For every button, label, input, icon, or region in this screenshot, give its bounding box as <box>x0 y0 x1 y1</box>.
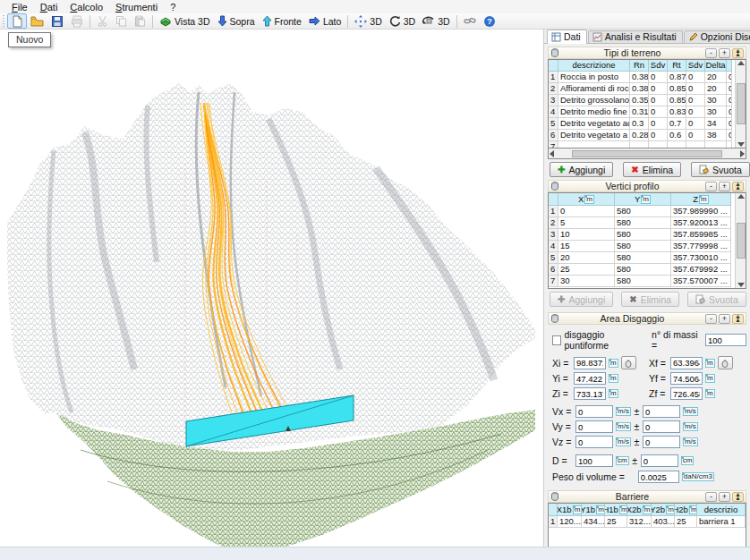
cell-x[interactable]: 5 <box>558 217 615 229</box>
cell-rn[interactable]: 0.38 <box>630 72 649 83</box>
yf-input[interactable] <box>670 372 703 385</box>
cell-y[interactable]: 580 <box>615 252 671 264</box>
cell-rn[interactable] <box>630 141 649 148</box>
vertici-row[interactable]: 3 10 580 357.859985 ... <box>549 229 735 241</box>
cell-z[interactable]: 357.779998 ... <box>671 241 731 252</box>
cell-y[interactable]: 580 <box>615 241 671 252</box>
peso-input[interactable] <box>638 471 679 483</box>
cell-x[interactable]: 30 <box>558 276 615 287</box>
cell-h1b[interactable]: 25 <box>605 516 627 528</box>
vertici-row[interactable]: 4 15 580 357.779998 ... <box>549 241 735 252</box>
cell-sdv1[interactable]: 0 <box>649 118 668 130</box>
cell-descrizione[interactable]: Detrito vegetato ad a... <box>558 118 630 130</box>
vertici-row[interactable]: 6 25 580 357.679992 ... <box>549 264 735 276</box>
terrain-3d-viewport[interactable] <box>0 30 543 547</box>
col-x2b[interactable]: X2bm <box>627 504 652 516</box>
shrink-panel-button[interactable]: - <box>705 48 717 58</box>
vertici-table[interactable]: Xm Ym Zm 1 0 580 357.989990 ... 2 5 580 <box>548 192 746 289</box>
col-h1b[interactable]: H1bm <box>605 504 627 516</box>
cell-rt[interactable]: 0.83 <box>668 106 686 118</box>
menu-item[interactable]: Calcolo <box>64 1 109 13</box>
vertici-row[interactable]: 5 20 580 357.730010 ... <box>549 252 735 264</box>
shrink-panel-button[interactable]: - <box>705 314 717 324</box>
vertici-row[interactable]: 1 0 580 357.989990 ... <box>549 206 735 217</box>
cell-x[interactable]: 25 <box>558 264 615 276</box>
cell-x[interactable]: 15 <box>558 241 615 252</box>
shrink-panel-button[interactable]: - <box>705 182 717 191</box>
cell-z[interactable]: 357.859985 ... <box>671 229 731 241</box>
tab-dati[interactable]: Dati <box>547 30 587 44</box>
scroll-right-arrow[interactable] <box>740 150 745 157</box>
cell-y[interactable]: 580 <box>615 206 671 217</box>
cell-rn[interactable]: 0.3 <box>630 118 649 130</box>
cell-x[interactable]: 20 <box>558 252 615 264</box>
help-button[interactable]: ? <box>480 13 499 29</box>
menu-item[interactable]: Dati <box>34 1 64 13</box>
col-descrizione[interactable]: descrizio <box>697 504 746 516</box>
cell-sdv1[interactable]: 0 <box>649 72 668 83</box>
collapse-panel-button[interactable]: ▲▲ <box>732 182 744 191</box>
pick-xi-button[interactable] <box>621 356 636 369</box>
collapse-panel-button[interactable]: ▲▲ <box>732 492 744 502</box>
view-side-button[interactable]: Lato <box>305 13 345 29</box>
cell-descrizione[interactable]: Roccia in posto <box>558 72 630 83</box>
svuota-terreno-button[interactable]: Svuota <box>691 162 750 177</box>
col-x1b[interactable]: X1bm <box>558 504 582 516</box>
open-button[interactable] <box>27 13 47 29</box>
zf-input[interactable] <box>670 387 703 400</box>
cell-x1b[interactable]: 120.... <box>558 516 582 528</box>
zi-input[interactable] <box>574 387 606 400</box>
terreno-row[interactable]: 7 <box>549 141 735 148</box>
col-sdv1[interactable]: Sdv <box>649 60 668 72</box>
col-rn[interactable]: Rn <box>630 60 649 72</box>
cell-descrizione[interactable]: Detrito vegetato a bo... <box>558 130 630 141</box>
terreno-row[interactable]: 3 Detrito grossolano n... 0.35 0 0.85 0 … <box>549 95 735 106</box>
cell-sdv2[interactable]: 0 <box>686 72 705 83</box>
cell-sdv1[interactable]: 0 <box>649 130 668 141</box>
cell-sdv2[interactable] <box>686 141 705 148</box>
velocity-input[interactable] <box>575 420 613 433</box>
col-rt[interactable]: Rt <box>668 60 686 72</box>
cell-x2b[interactable]: 312.... <box>627 516 652 528</box>
cell-descrizione[interactable]: barriera 1 <box>697 516 746 528</box>
svuota-vertici-button[interactable]: Svuota <box>687 292 746 307</box>
pan-3d-button[interactable]: 3D <box>351 13 385 29</box>
orbit-3d-button[interactable]: 3D <box>419 13 453 29</box>
vertici-row[interactable]: 2 5 580 357.920013 ... <box>549 217 735 229</box>
terreno-vscrollbar[interactable] <box>735 60 746 148</box>
cell-rt[interactable]: 0.85 <box>668 83 686 95</box>
cell-rt[interactable] <box>668 141 686 148</box>
cell-sdv2[interactable]: 0 <box>686 118 705 130</box>
cut-button[interactable] <box>93 13 112 29</box>
grow-panel-button[interactable]: + <box>719 314 730 324</box>
cell-z[interactable]: 357.989990 ... <box>671 206 731 217</box>
print-button[interactable] <box>67 13 87 29</box>
grow-panel-button[interactable]: + <box>719 182 730 191</box>
cell-sdv1[interactable]: 0 <box>649 83 668 95</box>
cell-z[interactable]: 357.920013 ... <box>671 217 731 229</box>
view-front-button[interactable]: Fronte <box>259 13 305 29</box>
yi-input[interactable] <box>574 372 606 385</box>
cell-rn[interactable]: 0.35 <box>630 95 649 106</box>
cell-x[interactable]: 0 <box>558 206 615 217</box>
terreno-row[interactable]: 6 Detrito vegetato a bo... 0.28 0 0.6 0 … <box>549 130 735 141</box>
cell-sdv2[interactable]: 0 <box>686 95 705 106</box>
copy-button[interactable] <box>112 13 131 29</box>
cell-delta[interactable]: 38 <box>705 130 727 141</box>
cell-rt[interactable]: 0.7 <box>668 118 686 130</box>
menu-item[interactable]: ? <box>164 1 182 13</box>
cell-rt[interactable]: 0.87 <box>668 72 686 83</box>
tab-opzioni[interactable]: Opzioni Disegno <box>684 30 750 43</box>
new-button[interactable] <box>7 13 27 29</box>
cell-x[interactable]: 10 <box>558 229 615 241</box>
xf-input[interactable] <box>670 357 703 369</box>
disgaggio-puntiforme-checkbox[interactable] <box>552 335 561 345</box>
cell-sdv1[interactable]: 0 <box>649 106 668 118</box>
xi-input[interactable] <box>574 357 606 369</box>
col-z[interactable]: Zm <box>671 193 731 206</box>
paste-button[interactable] <box>131 13 149 29</box>
cell-z[interactable]: 357.679992 ... <box>671 264 731 276</box>
cell-rt[interactable]: 0.6 <box>668 130 686 141</box>
cell-y[interactable]: 580 <box>615 264 671 276</box>
col-sdv2[interactable]: Sdv <box>686 60 705 72</box>
